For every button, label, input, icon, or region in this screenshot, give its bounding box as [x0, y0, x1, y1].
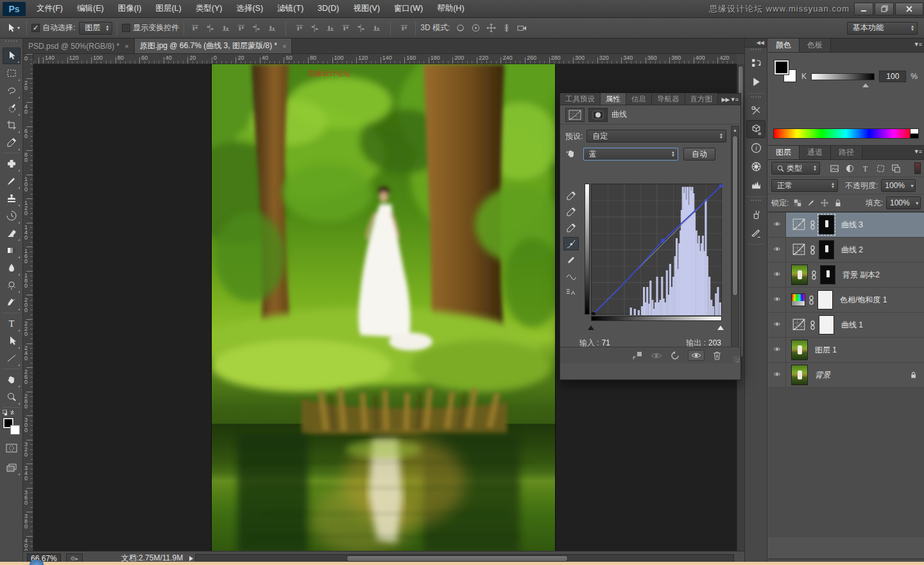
tab-properties-3[interactable]: 导航器	[652, 93, 685, 105]
curve-display-options-icon[interactable]: A	[563, 285, 579, 299]
distribute-top-edges-icon[interactable]	[293, 22, 306, 35]
layer-row-body[interactable]: 色相/饱和度 1	[786, 290, 924, 309]
menu-item-4[interactable]: 类型(Y)	[189, 0, 230, 17]
tab-color-0[interactable]: 颜色	[768, 39, 800, 52]
layer-name[interactable]: 背景 副本2	[843, 270, 880, 281]
reset-adjustment-icon[interactable]	[671, 351, 680, 360]
draw-curve-pencil-icon[interactable]	[563, 253, 579, 266]
collapse-panels-icon[interactable]: ◀◀	[745, 39, 767, 48]
layer-mask-thumbnail[interactable]	[820, 265, 835, 284]
move-tool-option-icon[interactable]: ▼	[5, 21, 22, 36]
background-color[interactable]	[10, 425, 20, 435]
smudge-tool[interactable]	[3, 259, 21, 276]
black-point-slider[interactable]	[588, 322, 594, 330]
eyedropper-tool[interactable]	[3, 134, 21, 151]
heal-tool[interactable]	[3, 155, 21, 172]
history-panel-icon[interactable]	[746, 54, 766, 72]
tab-properties-2[interactable]: 信息	[626, 93, 652, 105]
panel-menu-icon[interactable]: ▼≡	[914, 148, 921, 155]
document-tab-0[interactable]: PSD.psd @ 50%(RGB/8) *×	[23, 39, 135, 53]
distribute-vertical-centers-icon[interactable]	[309, 22, 321, 35]
status-arrow-icon[interactable]	[188, 555, 194, 562]
tools-grip[interactable]	[5, 40, 17, 46]
layer-row-body[interactable]: 曲线 1	[786, 315, 924, 335]
layer-row-1[interactable]: 曲线 2	[768, 238, 924, 263]
filter-image-icon[interactable]	[827, 162, 841, 175]
histogram-panel-icon[interactable]	[746, 176, 766, 194]
dock-group-grip[interactable]	[751, 200, 761, 204]
lock-move-icon[interactable]	[820, 198, 829, 207]
color-spectrum-ramp[interactable]	[773, 128, 919, 139]
menu-item-0[interactable]: 文件(F)	[30, 0, 70, 17]
menu-item-3[interactable]: 图层(L)	[148, 0, 188, 17]
layer-mask-thumbnail[interactable]	[819, 215, 834, 234]
layer-row-body[interactable]: 图层 1	[786, 340, 924, 360]
layer-visibility-toggle[interactable]	[768, 238, 786, 262]
tab-layers-2[interactable]: 路径	[831, 146, 862, 159]
align-left-edges-icon[interactable]	[235, 22, 248, 35]
document-tab-1[interactable]: 原图.jpg @ 66.7% (曲线 3, 图层蒙版/8) *×	[135, 39, 293, 53]
align-bottom-edges-icon[interactable]	[219, 22, 232, 35]
move-tool[interactable]	[3, 48, 21, 64]
brush-presets-panel-icon[interactable]	[746, 205, 766, 223]
panel-menu-icon[interactable]: ▶▶ ▼≡	[721, 96, 738, 103]
dock-group-grip[interactable]	[751, 96, 761, 100]
restore-button[interactable]	[875, 3, 894, 15]
panel-resize-grip[interactable]	[733, 356, 740, 363]
lock-paint-icon[interactable]	[807, 198, 816, 207]
menu-item-7[interactable]: 3D(D)	[311, 0, 346, 17]
smooth-curve-icon[interactable]	[563, 269, 579, 282]
layer-visibility-toggle[interactable]	[768, 263, 786, 287]
white-point-eyedropper[interactable]	[563, 221, 579, 234]
dock-group-grip[interactable]	[751, 49, 761, 53]
dodge-tool[interactable]	[3, 277, 21, 293]
lock-all-icon[interactable]	[834, 198, 843, 207]
targeted-adjustment-icon[interactable]	[565, 148, 578, 160]
eraser-tool[interactable]	[3, 225, 21, 241]
color-panel-swatches[interactable]	[774, 60, 796, 82]
swap-colors-icon[interactable]	[9, 410, 14, 415]
layer-mask-thumbnail[interactable]	[817, 290, 833, 309]
layer-row-0[interactable]: 曲线 3	[768, 213, 924, 238]
blend-mode-dropdown[interactable]: 正常▲▼	[771, 179, 838, 192]
gradient-tool[interactable]	[3, 242, 21, 259]
layer-row-body[interactable]: 曲线 3	[786, 215, 924, 234]
pathselect-tool[interactable]	[3, 333, 21, 349]
white-point-slider[interactable]	[717, 322, 724, 330]
photo-canvas[interactable]: 思缘设计论坛	[212, 64, 555, 551]
auto-select-checkbox[interactable]: ✓	[31, 24, 40, 32]
view-previous-state-icon[interactable]	[651, 352, 662, 360]
tab-color-1[interactable]: 色板	[800, 39, 831, 52]
properties-scrollbar-thumb[interactable]	[732, 135, 738, 296]
menu-item-8[interactable]: 视图(V)	[346, 0, 387, 17]
curves-grid[interactable]	[591, 184, 722, 315]
layer-filter-dropdown[interactable]: 类型▲▼	[771, 162, 820, 175]
k-slider-thumb[interactable]	[862, 80, 869, 87]
historybrush-tool[interactable]	[3, 207, 21, 224]
tab-close-icon[interactable]: ×	[124, 42, 128, 50]
layer-name[interactable]: 曲线 3	[841, 220, 863, 230]
distribute-horizontal-centers-icon[interactable]	[355, 22, 368, 35]
edit-points-icon[interactable]	[563, 237, 579, 250]
pen-tool[interactable]	[3, 294, 21, 311]
properties-panel-icon[interactable]	[746, 120, 766, 138]
auto-select-dropdown[interactable]: 图层▲▼	[79, 22, 112, 35]
scroll-up-arrow[interactable]: ▲	[732, 126, 739, 134]
type-tool[interactable]: T	[3, 315, 21, 332]
tab-properties-4[interactable]: 直方图	[685, 93, 719, 105]
menu-item-5[interactable]: 选择(S)	[229, 0, 270, 17]
color-foreground-swatch[interactable]	[774, 60, 789, 74]
toggle-visibility-icon[interactable]	[688, 350, 705, 361]
3d-roll-icon[interactable]	[469, 22, 482, 35]
tab-properties-0[interactable]: 工具预设	[560, 93, 601, 105]
menu-item-2[interactable]: 图像(I)	[111, 0, 149, 17]
clip-to-layer-icon[interactable]	[632, 351, 642, 360]
quick-mask-button[interactable]	[3, 440, 21, 456]
3d-rotate-icon[interactable]	[454, 22, 466, 35]
distribute-spacing-icon[interactable]	[398, 22, 411, 35]
workspace-dropdown[interactable]: 基本功能▲▼	[847, 22, 918, 35]
layer-row-6[interactable]: 背景	[768, 363, 924, 388]
gray-point-eyedropper[interactable]	[563, 205, 579, 218]
align-vertical-centers-icon[interactable]	[204, 22, 217, 35]
preset-dropdown[interactable]: 自定▲▼	[586, 130, 726, 143]
